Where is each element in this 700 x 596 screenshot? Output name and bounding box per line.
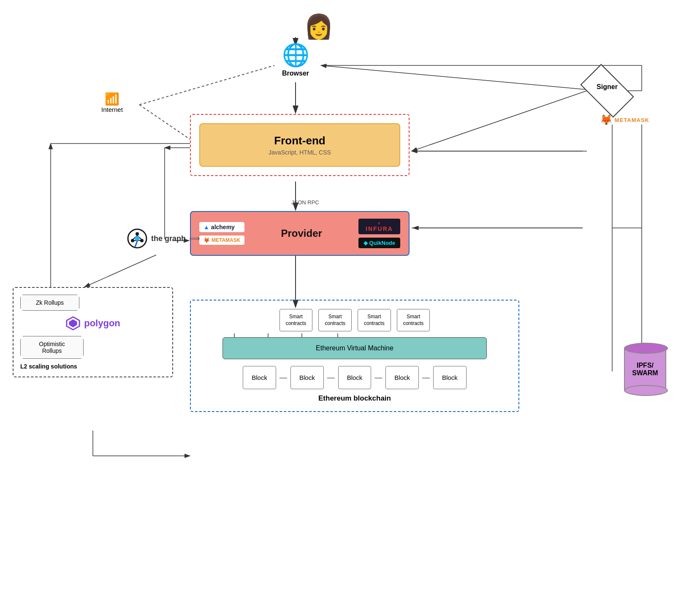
block-box-1: Block xyxy=(243,366,276,389)
alchemy-badge: ▲ alchemy xyxy=(199,222,244,232)
quiknode-text: ◈ QuikNode xyxy=(364,240,395,246)
polygon-text: polygon xyxy=(84,318,120,329)
ipfs-label: IPFS/SWARM xyxy=(632,362,658,377)
signer-diamond: Signer xyxy=(582,74,632,108)
metamask-badge: 🦊 METAMASK xyxy=(199,236,244,245)
l2-container: Zk Rollups polygon OptimisticRollups L2 … xyxy=(13,287,173,377)
svg-line-6 xyxy=(412,91,587,151)
metamask-icon2: 🦊 xyxy=(203,237,210,243)
block-box-2: Block xyxy=(290,366,324,389)
provider-logos: ▲ alchemy 🦊 METAMASK xyxy=(199,222,244,245)
polygon-logo-area: polygon xyxy=(20,316,166,331)
evm-box: Ethereum Virtual Machine xyxy=(222,337,487,359)
diamond-shape xyxy=(580,64,634,117)
block-box-5: Block xyxy=(433,366,467,389)
alchemy-icon: ▲ xyxy=(203,224,209,230)
the-graph-icon xyxy=(127,228,148,249)
browser-box: 🌐 Browser xyxy=(270,42,321,77)
browser-icon: 🌐 xyxy=(270,42,321,68)
svg-line-15 xyxy=(139,105,190,139)
wifi-icon: 📶 xyxy=(101,92,123,106)
svg-marker-44 xyxy=(69,320,77,328)
ipfs-cylinder: IPFS/SWARM xyxy=(624,346,666,393)
svg-line-4 xyxy=(321,65,600,91)
user-emoji: 👩 xyxy=(304,13,334,40)
polygon-icon xyxy=(65,316,81,331)
block-box-4: Block xyxy=(385,366,419,389)
frontend-container: Front-end JavaScript, HTML, CSS xyxy=(190,114,410,176)
svg-point-36 xyxy=(136,232,139,236)
zk-rollups-box: Zk Rollups xyxy=(20,295,79,311)
ethereum-label: Ethereum blockchain xyxy=(199,394,510,403)
frontend-box: Front-end JavaScript, HTML, CSS xyxy=(199,123,400,167)
provider-right-logos: ≡ INFURA ◈ QuikNode xyxy=(358,219,400,248)
infura-badge: ≡ INFURA xyxy=(358,219,400,234)
optimistic-rollups-box: OptimisticRollups xyxy=(20,336,84,359)
the-graph-arrow: ⟹ xyxy=(189,234,200,243)
svg-point-42 xyxy=(135,236,140,241)
frontend-title: Front-end xyxy=(217,134,383,147)
provider-label: Provider xyxy=(250,228,353,239)
browser-label: Browser xyxy=(270,70,321,77)
block-connector-4: — xyxy=(422,373,430,382)
metamask-fox-icon: 🦊 xyxy=(600,114,613,126)
metamask-signer-label: METAMASK xyxy=(615,117,649,123)
block-connector-1: — xyxy=(279,373,287,382)
smart-contract-box-3: Smartcontracts xyxy=(358,309,391,331)
internet-section: 📶 Internet xyxy=(101,92,123,113)
alchemy-text: alchemy xyxy=(211,224,235,230)
ipfs-container: IPFS/SWARM xyxy=(624,346,666,393)
frontend-subtitle: JavaScript, HTML, CSS xyxy=(217,149,383,156)
ethereum-container: Smartcontracts Smartcontracts Smartcontr… xyxy=(190,300,519,412)
signer-label: Signer xyxy=(582,83,632,91)
l2-label: L2 scaling solutions xyxy=(20,363,166,370)
zk-rollups-row: Zk Rollups xyxy=(20,295,166,311)
smart-contract-box-1: Smartcontracts xyxy=(279,309,313,331)
block-connector-3: — xyxy=(374,373,382,382)
smart-contracts-row: Smartcontracts Smartcontracts Smartcontr… xyxy=(199,309,510,331)
metamask-text2: METAMASK xyxy=(212,237,240,243)
provider-container: ▲ alchemy 🦊 METAMASK Provider ≡ INFURA ◈… xyxy=(190,211,410,256)
json-rpc-label: JSON RPC xyxy=(291,199,319,206)
metamask-signer-badge: 🦊 METAMASK xyxy=(600,114,649,126)
smart-contract-box-4: Smartcontracts xyxy=(397,309,430,331)
smart-contract-box-2: Smartcontracts xyxy=(318,309,352,331)
block-connector-2: — xyxy=(327,373,335,382)
svg-line-14 xyxy=(139,65,274,105)
the-graph-text: the graph xyxy=(151,234,186,243)
diagram: 👩 🌐 Browser 📶 Internet Signer 🦊 METAMASK… xyxy=(0,0,700,596)
blocks-row: Block — Block — Block — Block — Block xyxy=(199,366,510,389)
user-icon: 👩 xyxy=(304,13,334,41)
svg-line-19 xyxy=(84,255,156,287)
block-box-3: Block xyxy=(338,366,372,389)
the-graph-section: the graph ⟹ xyxy=(127,228,200,249)
quiknode-badge: ◈ QuikNode xyxy=(358,238,400,248)
internet-label: Internet xyxy=(101,106,123,113)
optimistic-rollups-row: OptimisticRollups xyxy=(20,336,166,359)
